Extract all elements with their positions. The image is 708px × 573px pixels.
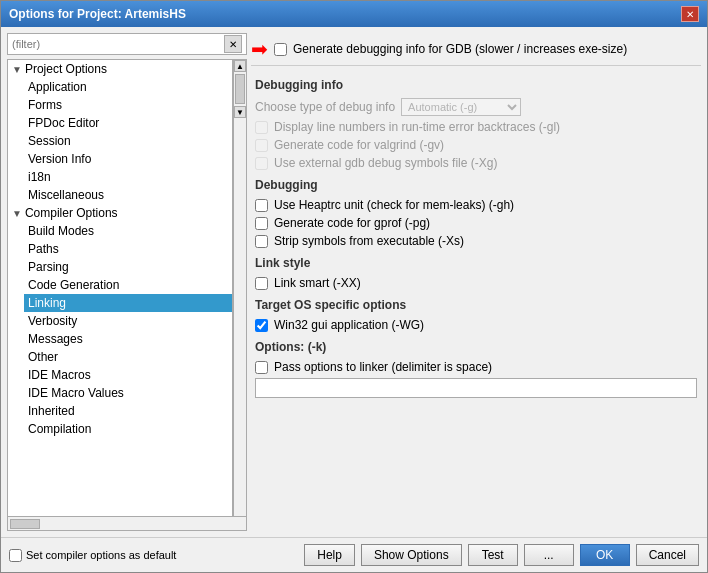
set-default-checkbox[interactable] — [9, 549, 22, 562]
strip-symbols-row: Strip symbols from executable (-Xs) — [255, 232, 697, 250]
main-window: Options for Project: ArtemisHS ✕ ✕ ▼ — [0, 0, 708, 573]
filter-input[interactable] — [12, 38, 224, 50]
title-bar: Options for Project: ArtemisHS ✕ — [1, 1, 707, 27]
strip-symbols-label: Strip symbols from executable (-Xs) — [274, 234, 464, 248]
scroll-thumb-horizontal[interactable] — [10, 519, 40, 529]
compiler-children: Build Modes Paths Parsing Code Generatio… — [8, 222, 232, 438]
gdb-symbols-checkbox[interactable] — [255, 157, 268, 170]
heaptrc-checkbox[interactable] — [255, 199, 268, 212]
section-link-style-label: Link style — [255, 256, 697, 270]
project-options-label: Project Options — [25, 62, 107, 76]
gprof-label: Generate code for gprof (-pg) — [274, 216, 430, 230]
compiler-options-label: Compiler Options — [25, 206, 118, 220]
tree-item-parsing[interactable]: Parsing — [24, 258, 232, 276]
pass-options-checkbox[interactable] — [255, 361, 268, 374]
tree-item-messages[interactable]: Messages — [24, 330, 232, 348]
tree-item-build-modes[interactable]: Build Modes — [24, 222, 232, 240]
close-button[interactable]: ✕ — [681, 6, 699, 22]
link-smart-row: Link smart (-XX) — [255, 274, 697, 292]
right-content: Debugging info Choose type of debug info… — [251, 72, 701, 531]
gprof-checkbox[interactable] — [255, 217, 268, 230]
tree-scrollbar-vertical: ▲ ▼ — [233, 59, 247, 517]
line-numbers-row: Display line numbers in run-time error b… — [255, 118, 697, 136]
expand-arrow-project: ▼ — [12, 64, 22, 75]
set-default-label: Set compiler options as default — [26, 549, 176, 561]
tree-item-ide-macros[interactable]: IDE Macros — [24, 366, 232, 384]
gdb-symbols-row: Use external gdb debug symbols file (-Xg… — [255, 154, 697, 172]
test-button[interactable]: Test — [468, 544, 518, 566]
valgrind-row: Generate code for valgrind (-gv) — [255, 136, 697, 154]
debug-type-label: Choose type of debug info — [255, 100, 395, 114]
tree-item-miscellaneous[interactable]: Miscellaneous — [24, 186, 232, 204]
set-default-row: Set compiler options as default — [9, 549, 176, 562]
line-numbers-label: Display line numbers in run-time error b… — [274, 120, 560, 134]
cancel-button[interactable]: Cancel — [636, 544, 699, 566]
valgrind-checkbox[interactable] — [255, 139, 268, 152]
tree-group-compiler-options[interactable]: ▼ Compiler Options — [8, 204, 232, 222]
help-button[interactable]: Help — [304, 544, 355, 566]
project-children: Application Forms FPDoc Editor Session V… — [8, 78, 232, 204]
section-options-k-label: Options: (-k) — [255, 340, 697, 354]
tree-item-verbosity[interactable]: Verbosity — [24, 312, 232, 330]
link-smart-label: Link smart (-XX) — [274, 276, 361, 290]
pass-options-row: Pass options to linker (delimiter is spa… — [255, 358, 697, 376]
section-target-os-label: Target OS specific options — [255, 298, 697, 312]
window-title: Options for Project: ArtemisHS — [9, 7, 186, 21]
filter-bar: ✕ — [7, 33, 247, 55]
tree-item-application[interactable]: Application — [24, 78, 232, 96]
gprof-row: Generate code for gprof (-pg) — [255, 214, 697, 232]
heaptrc-label: Use Heaptrc unit (check for mem-leaks) (… — [274, 198, 514, 212]
ellipsis-button[interactable]: ... — [524, 544, 574, 566]
scroll-up-button[interactable]: ▲ — [234, 60, 246, 72]
right-panel: ➡ Generate debugging info for GDB (slowe… — [251, 33, 701, 531]
tree-item-inherited[interactable]: Inherited — [24, 402, 232, 420]
tree-item-paths[interactable]: Paths — [24, 240, 232, 258]
show-options-button[interactable]: Show Options — [361, 544, 462, 566]
link-smart-checkbox[interactable] — [255, 277, 268, 290]
tree-item-session[interactable]: Session — [24, 132, 232, 150]
scroll-thumb-vertical[interactable] — [235, 74, 245, 104]
title-bar-controls: ✕ — [681, 6, 699, 22]
gdb-symbols-label: Use external gdb debug symbols file (-Xg… — [274, 156, 497, 170]
debug-type-row: Choose type of debug info Automatic (-g) — [255, 96, 697, 118]
tree-item-linking[interactable]: Linking — [24, 294, 232, 312]
heaptrc-row: Use Heaptrc unit (check for mem-leaks) (… — [255, 196, 697, 214]
main-pane: ✕ ▼ Project Options Application Forms F — [1, 27, 707, 537]
bottom-bar: Set compiler options as default Help Sho… — [1, 537, 707, 572]
valgrind-label: Generate code for valgrind (-gv) — [274, 138, 444, 152]
tree-item-ide-macro-values[interactable]: IDE Macro Values — [24, 384, 232, 402]
gdb-debug-checkbox[interactable] — [274, 43, 287, 56]
section-debugging-label: Debugging — [255, 178, 697, 192]
left-panel: ✕ ▼ Project Options Application Forms F — [7, 33, 247, 531]
gdb-debug-label: Generate debugging info for GDB (slower … — [293, 42, 627, 56]
tree-item-version-info[interactable]: Version Info — [24, 150, 232, 168]
tree-container: ▼ Project Options Application Forms FPDo… — [7, 59, 233, 517]
debug-type-select[interactable]: Automatic (-g) — [401, 98, 521, 116]
scroll-down-button[interactable]: ▼ — [234, 106, 246, 118]
tree-scroll-wrap: ▼ Project Options Application Forms FPDo… — [7, 59, 247, 517]
strip-symbols-checkbox[interactable] — [255, 235, 268, 248]
options-text-input[interactable] — [255, 378, 697, 398]
tree-item-fpdoc-editor[interactable]: FPDoc Editor — [24, 114, 232, 132]
tree-item-code-generation[interactable]: Code Generation — [24, 276, 232, 294]
win32-gui-label: Win32 gui application (-WG) — [274, 318, 424, 332]
top-option-row: ➡ Generate debugging info for GDB (slowe… — [251, 33, 701, 66]
filter-clear-button[interactable]: ✕ — [224, 35, 242, 53]
ok-button[interactable]: OK — [580, 544, 630, 566]
section-debugging-info-label: Debugging info — [255, 78, 697, 92]
tree-group-project-options[interactable]: ▼ Project Options — [8, 60, 232, 78]
red-arrow-icon: ➡ — [251, 39, 268, 59]
line-numbers-checkbox[interactable] — [255, 121, 268, 134]
tree-item-compilation[interactable]: Compilation — [24, 420, 232, 438]
content-area: ✕ ▼ Project Options Application Forms F — [1, 27, 707, 572]
tree-item-other[interactable]: Other — [24, 348, 232, 366]
tree-item-forms[interactable]: Forms — [24, 96, 232, 114]
pass-options-label: Pass options to linker (delimiter is spa… — [274, 360, 492, 374]
tree-item-i18n[interactable]: i18n — [24, 168, 232, 186]
win32-gui-checkbox[interactable] — [255, 319, 268, 332]
expand-arrow-compiler: ▼ — [12, 208, 22, 219]
tree-scrollbar-horizontal — [7, 517, 247, 531]
win32-gui-row: Win32 gui application (-WG) — [255, 316, 697, 334]
